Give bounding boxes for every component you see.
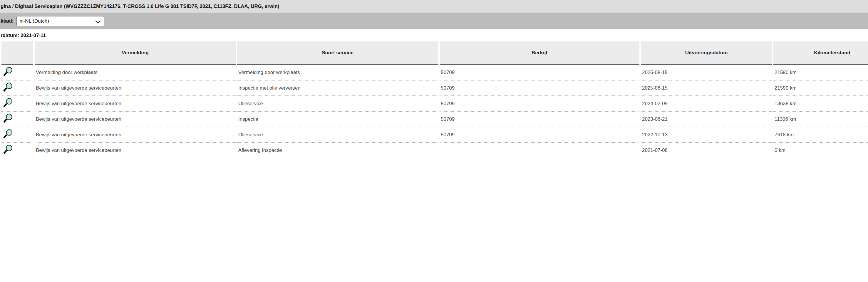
cell-bedrijf: 50709 — [440, 112, 640, 127]
magnifier-icon[interactable] — [3, 145, 13, 155]
table-header-row: Vermelding Soort service Bedrijf Uitvoer… — [1, 41, 868, 65]
row-detail-cell — [1, 81, 33, 96]
cell-vermelding: Bewijs van uitgevoerde servicebeurten — [35, 127, 236, 143]
column-header-icon — [1, 41, 33, 65]
cell-kilometerstand: 0 km — [773, 143, 868, 158]
service-history-table: Vermelding Soort service Bedrijf Uitvoer… — [0, 41, 868, 158]
cell-kilometerstand: 7618 km — [773, 127, 868, 143]
digital-serviceplan-page: gina / Digitaal Serviceplan (WVGZZZC1ZMY… — [0, 0, 868, 282]
cell-soort-service: Inspectie met olie verversen — [237, 81, 438, 96]
row-detail-cell — [1, 112, 33, 127]
breadcrumb-bar: gina / Digitaal Serviceplan (WVGZZZC1ZMY… — [0, 0, 868, 13]
magnifier-icon[interactable] — [3, 98, 13, 108]
cell-vermelding: Bewijs van uitgevoerde servicebeurten — [35, 81, 236, 96]
column-header-kilometerstand: Kilometerstand — [773, 41, 868, 65]
column-header-uitvoeringsdatum: Uitvoeringsdatum — [641, 41, 772, 65]
cell-soort-service: Aflevering Inspectie — [237, 143, 438, 158]
cell-uitvoeringsdatum: 2024-02-09 — [641, 96, 772, 112]
cell-bedrijf — [440, 143, 640, 158]
cell-soort-service: Olieservice — [237, 127, 438, 143]
cell-bedrijf: 50709 — [440, 127, 640, 143]
language-select-wrap: nl-NL (Dutch) — [17, 16, 104, 26]
column-header-soort-service: Soort service — [237, 41, 438, 65]
cell-bedrijf: 50709 — [440, 96, 640, 112]
magnifier-icon[interactable] — [3, 67, 13, 77]
cell-uitvoeringsdatum: 2022-10-13 — [641, 127, 772, 143]
cell-vermelding: Bewijs van uitgevoerde servicebeurten — [35, 112, 236, 127]
language-toolbar: ktaal: nl-NL (Dutch) — [0, 13, 868, 29]
language-label: ktaal: — [1, 18, 13, 24]
cell-kilometerstand: 13638 km — [773, 96, 868, 112]
cell-kilometerstand: 21590 km — [773, 65, 868, 81]
table-row: Bewijs van uitgevoerde servicebeurten Af… — [1, 143, 868, 158]
cell-bedrijf: 50709 — [440, 65, 640, 81]
cell-uitvoeringsdatum: 2025-08-15 — [641, 81, 772, 96]
cell-soort-service: Olieservice — [237, 96, 438, 112]
language-select[interactable]: nl-NL (Dutch) — [17, 16, 104, 26]
row-detail-cell — [1, 96, 33, 112]
magnifier-icon[interactable] — [3, 82, 13, 92]
table-row: Vermelding door werkplaats Vermelding do… — [1, 65, 868, 81]
cell-kilometerstand: 21590 km — [773, 81, 868, 96]
column-header-vermelding: Vermelding — [35, 41, 236, 65]
row-detail-cell — [1, 127, 33, 143]
cell-vermelding: Vermelding door werkplaats — [35, 65, 236, 81]
table-row: Bewijs van uitgevoerde servicebeurten Ol… — [1, 96, 868, 112]
cell-vermelding: Bewijs van uitgevoerde servicebeurten — [35, 96, 236, 112]
cell-uitvoeringsdatum: 2021-07-08 — [641, 143, 772, 158]
column-header-bedrijf: Bedrijf — [440, 41, 640, 65]
table-row: Bewijs van uitgevoerde servicebeurten Ol… — [1, 127, 868, 143]
cell-kilometerstand: 11306 km — [773, 112, 868, 127]
table-row: Bewijs van uitgevoerde servicebeurten In… — [1, 81, 868, 96]
registration-date-row: rdatum: 2021-07-11 — [0, 29, 868, 41]
row-detail-cell — [1, 65, 33, 81]
table-row: Bewijs van uitgevoerde servicebeurten In… — [1, 112, 868, 127]
cell-vermelding: Bewijs van uitgevoerde servicebeurten — [35, 143, 236, 158]
cell-uitvoeringsdatum: 2023-08-21 — [641, 112, 772, 127]
breadcrumb: gina / Digitaal Serviceplan (WVGZZZC1ZMY… — [1, 3, 279, 9]
cell-soort-service: Inspectie — [237, 112, 438, 127]
cell-soort-service: Vermelding door werkplaats — [237, 65, 438, 81]
registration-date: rdatum: 2021-07-11 — [1, 33, 46, 38]
cell-uitvoeringsdatum: 2025-08-15 — [641, 65, 772, 81]
cell-bedrijf: 50709 — [440, 81, 640, 96]
row-detail-cell — [1, 143, 33, 158]
magnifier-icon[interactable] — [3, 129, 13, 139]
magnifier-icon[interactable] — [3, 114, 13, 123]
